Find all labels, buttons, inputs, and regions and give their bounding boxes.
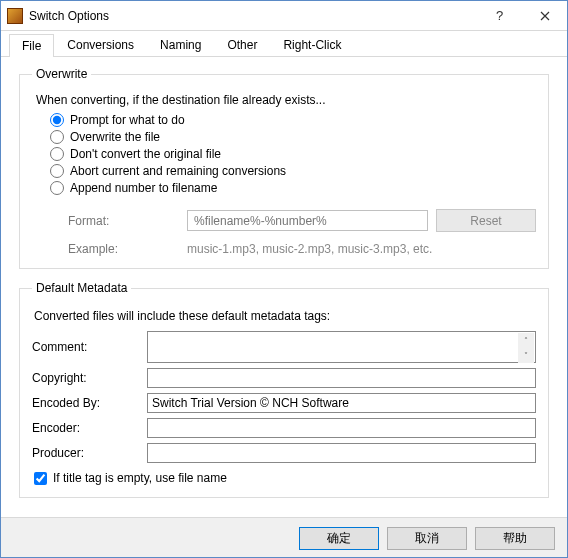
copyright-field[interactable] [147,368,536,388]
tab-file[interactable]: File [9,34,54,57]
help-button[interactable]: ? [477,1,522,31]
copyright-label: Copyright: [32,371,147,385]
tab-right-click[interactable]: Right-Click [270,33,354,56]
metadata-legend: Default Metadata [32,281,131,295]
help-footer-button[interactable]: 帮助 [475,527,555,550]
comment-field[interactable]: ˄ ˅ [147,331,536,363]
title-fallback-label: If title tag is empty, use file name [53,471,227,485]
format-input [187,210,428,231]
encoder-field[interactable] [147,418,536,438]
close-icon [540,11,550,21]
chevron-up-icon[interactable]: ˄ [518,333,534,348]
window-title: Switch Options [29,9,477,23]
encoded-by-label: Encoded By: [32,396,147,410]
overwrite-group: Overwrite When converting, if the destin… [19,67,549,269]
radio-append-number[interactable] [50,181,64,195]
ok-button[interactable]: 确定 [299,527,379,550]
chevron-down-icon[interactable]: ˅ [518,348,534,363]
radio-abort[interactable] [50,164,64,178]
tab-panel-file: Overwrite When converting, if the destin… [1,57,567,522]
app-icon [7,8,23,24]
radio-dont-convert-label: Don't convert the original file [70,147,221,161]
radio-overwrite[interactable] [50,130,64,144]
tab-conversions[interactable]: Conversions [54,33,147,56]
radio-append-number-label: Append number to filename [70,181,217,195]
overwrite-intro: When converting, if the destination file… [36,93,536,107]
radio-dont-convert[interactable] [50,147,64,161]
encoder-label: Encoder: [32,421,147,435]
encoded-by-field[interactable] [147,393,536,413]
radio-abort-label: Abort current and remaining conversions [70,164,286,178]
cancel-button[interactable]: 取消 [387,527,467,550]
example-text: music-1.mp3, music-2.mp3, music-3.mp3, e… [187,242,432,256]
radio-prompt-label: Prompt for what to do [70,113,185,127]
radio-prompt[interactable] [50,113,64,127]
title-bar: Switch Options ? [1,1,567,31]
comment-label: Comment: [32,340,147,354]
format-label: Format: [32,214,187,228]
radio-overwrite-label: Overwrite the file [70,130,160,144]
reset-button: Reset [436,209,536,232]
metadata-desc: Converted files will include these defau… [34,309,536,323]
tab-other[interactable]: Other [214,33,270,56]
title-fallback-checkbox[interactable] [34,472,47,485]
close-button[interactable] [522,1,567,31]
producer-label: Producer: [32,446,147,460]
example-label: Example: [32,242,187,256]
overwrite-legend: Overwrite [32,67,91,81]
tab-strip: File Conversions Naming Other Right-Clic… [1,31,567,57]
dialog-footer: 确定 取消 帮助 [1,517,567,558]
metadata-group: Default Metadata Converted files will in… [19,281,549,498]
tab-naming[interactable]: Naming [147,33,214,56]
producer-field[interactable] [147,443,536,463]
comment-spin[interactable]: ˄ ˅ [518,333,534,363]
